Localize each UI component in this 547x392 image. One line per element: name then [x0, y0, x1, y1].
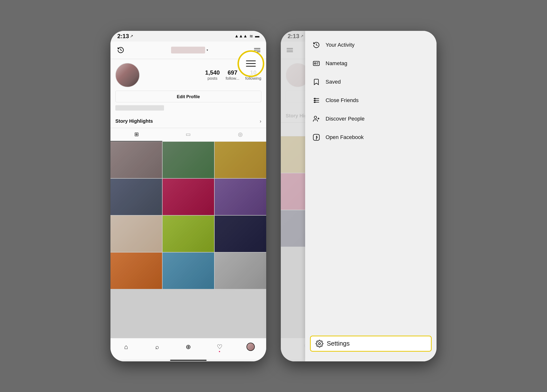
signal-icon-left: ▲▲▲	[235, 34, 247, 39]
settings-label: Settings	[327, 340, 350, 347]
add-icon: ⊕	[186, 343, 191, 351]
activity-label: Your Activity	[326, 42, 355, 48]
svg-point-2	[314, 62, 316, 64]
wifi-icon-left: ≋	[249, 34, 253, 39]
bio-text	[115, 105, 164, 111]
photo-grid-left	[110, 142, 266, 338]
photo-cell-11[interactable]	[163, 253, 214, 289]
story-highlights-chevron: ›	[260, 118, 261, 124]
followers-label: follow...	[226, 76, 239, 81]
menu-overlay: Your Activity Nametag	[281, 31, 437, 361]
photo-cell-12[interactable]	[215, 253, 266, 289]
tab-list[interactable]: ▭	[162, 128, 214, 141]
discover-people-icon	[312, 114, 321, 123]
battery-icon-left: ▬	[255, 34, 259, 39]
photo-cell-9[interactable]	[215, 216, 266, 252]
heart-icon: ♡	[217, 343, 222, 351]
photo-cell-2[interactable]	[163, 142, 214, 178]
instagram-header-left: ▾	[110, 42, 266, 59]
photo-cell-3[interactable]	[215, 142, 266, 178]
story-highlights-bar[interactable]: Story Highlights ›	[110, 114, 266, 128]
settings-icon	[316, 340, 323, 348]
tab-grid[interactable]: ⊞	[110, 128, 162, 141]
close-friends-icon	[312, 96, 321, 105]
scene: 2:13 ↗ ▲▲▲ ≋ ▬ ▾	[0, 0, 547, 392]
bottom-nav-left: ⌂ ⌕ ⊕ ♡	[110, 338, 266, 359]
svg-point-11	[314, 116, 317, 118]
right-phone: 2:13 ↗ ▲▲▲ ≋ ▬ 640	[281, 31, 437, 361]
photo-cell-1[interactable]	[110, 142, 162, 178]
menu-item-saved[interactable]: Saved	[305, 73, 437, 91]
posts-stat: 1,540 posts	[205, 69, 220, 81]
followers-count: 697	[228, 69, 237, 76]
nav-search[interactable]: ⌕	[150, 340, 164, 354]
settings-section: Settings	[310, 336, 432, 352]
svg-point-15	[319, 343, 320, 345]
photo-cell-5[interactable]	[163, 179, 214, 215]
menu-item-close-friends[interactable]: Close Friends	[305, 91, 437, 110]
list-icon: ▭	[186, 131, 191, 138]
nav-profile[interactable]	[244, 340, 257, 354]
followers-stat: 697 follow...	[226, 69, 239, 81]
nav-add[interactable]: ⊕	[182, 340, 195, 354]
photo-cell-4[interactable]	[110, 179, 162, 215]
activity-icon	[312, 41, 321, 49]
profile-avatar-nav	[246, 343, 255, 351]
svg-point-10	[314, 102, 315, 103]
nav-likes[interactable]: ♡	[213, 340, 226, 354]
nametag-icon	[312, 59, 321, 68]
menu-spacer	[305, 147, 437, 333]
photo-cell-7[interactable]	[110, 216, 162, 252]
nametag-label: Nametag	[326, 60, 347, 67]
posts-label: posts	[208, 76, 218, 81]
dropdown-arrow: ▾	[207, 48, 208, 52]
home-indicator-left	[110, 359, 266, 361]
avatar-image	[116, 63, 139, 87]
hamburger-lines	[246, 61, 256, 67]
settings-highlight-box[interactable]: Settings	[310, 336, 432, 352]
facebook-label: Open Facebook	[326, 134, 364, 140]
location-arrow-left: ↗	[130, 34, 133, 38]
left-phone: 2:13 ↗ ▲▲▲ ≋ ▬ ▾	[110, 31, 266, 361]
menu-panel: Your Activity Nametag	[305, 31, 437, 361]
story-highlights-label: Story Highlights	[115, 118, 153, 124]
menu-item-facebook[interactable]: Open Facebook	[305, 128, 437, 147]
username-text	[171, 47, 205, 53]
menu-item-activity[interactable]: Your Activity	[305, 36, 437, 54]
status-bar-left: 2:13 ↗ ▲▲▲ ≋ ▬	[110, 31, 266, 42]
svg-point-8	[314, 98, 315, 99]
tag-icon: ◎	[238, 131, 243, 138]
history-button[interactable]	[116, 46, 125, 54]
posts-count: 1,540	[205, 69, 220, 76]
saved-label: Saved	[326, 79, 341, 85]
menu-item-nametag[interactable]: Nametag	[305, 54, 437, 73]
nav-home[interactable]: ⌂	[119, 340, 133, 354]
discover-label: Discover People	[326, 116, 365, 122]
content-tabs-left: ⊞ ▭ ◎	[110, 128, 266, 142]
facebook-icon	[312, 133, 321, 142]
avatar-left	[115, 63, 140, 87]
tab-tag[interactable]: ◎	[214, 128, 266, 141]
status-icons-left: ▲▲▲ ≋ ▬	[235, 34, 259, 39]
saved-icon	[312, 78, 321, 86]
menu-backdrop[interactable]	[281, 31, 305, 361]
home-bar-left	[170, 360, 207, 361]
username-dropdown[interactable]: ▾	[171, 47, 208, 53]
close-friends-label: Close Friends	[326, 97, 359, 104]
status-time-left: 2:13	[117, 33, 129, 40]
photo-cell-8[interactable]	[163, 216, 214, 252]
photo-cell-10[interactable]	[110, 253, 162, 289]
notification-dot	[219, 351, 220, 352]
search-icon: ⌕	[155, 343, 159, 351]
edit-profile-button[interactable]: Edit Profile	[115, 91, 261, 102]
home-icon: ⌂	[124, 343, 128, 351]
grid-icon: ⊞	[134, 131, 139, 138]
menu-item-discover[interactable]: Discover People	[305, 110, 437, 128]
svg-point-9	[314, 100, 315, 101]
hamburger-highlight	[237, 50, 264, 77]
photo-cell-6[interactable]	[215, 179, 266, 215]
